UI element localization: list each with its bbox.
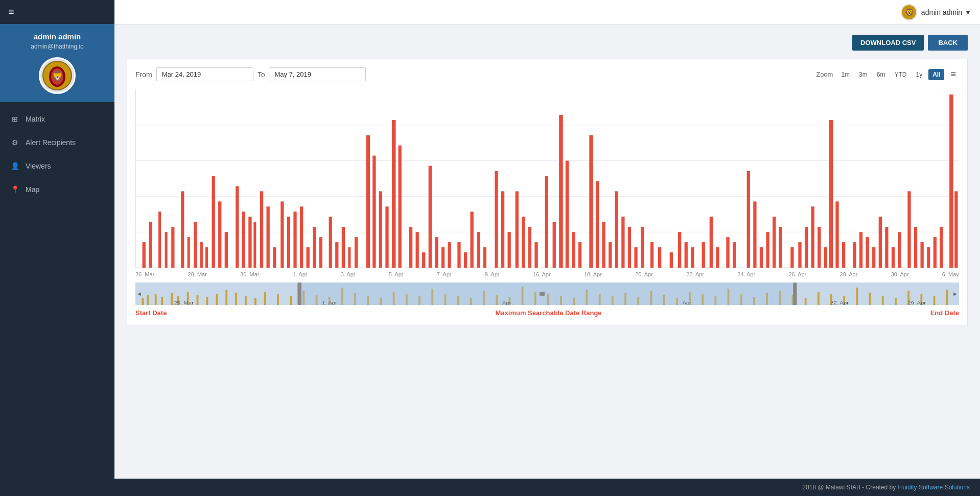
svg-rect-45 [372,156,376,268]
svg-rect-121 [927,247,930,268]
svg-rect-93 [726,237,729,268]
date-range-row: From To Zoom 1m 3m 6m YTD 1y All ≡ [135,67,959,81]
xaxis-label: 16. Apr [533,271,551,277]
viewers-icon: 👤 [10,161,19,171]
svg-rect-96 [753,201,756,268]
svg-rect-115 [885,227,888,268]
footer-link[interactable]: Fluidity Software Solutions [898,484,970,491]
svg-rect-27 [248,217,251,268]
sidebar-item-map-label: Map [26,185,39,194]
svg-rect-125 [954,191,958,268]
range-labels: Start Date Maximum Searchable Date Range… [135,309,959,317]
svg-rect-92 [716,247,719,268]
svg-text:🦁: 🦁 [904,8,914,17]
to-date-input[interactable] [269,67,366,81]
svg-rect-31 [273,247,276,268]
sidebar-header: admin admin admin@thatthing.io 🦁 [0,24,114,102]
svg-rect-50 [409,227,412,268]
admin-email: admin@thatthing.io [31,43,84,50]
xaxis-label: 28. Apr [840,271,858,277]
zoom-6m-button[interactable]: 6m [874,69,889,80]
svg-rect-190 [895,298,897,305]
svg-rect-98 [766,232,769,268]
svg-rect-22 [212,176,215,268]
sidebar-item-viewers[interactable]: 👤 Viewers [0,154,114,178]
svg-rect-196 [297,282,301,305]
svg-rect-142 [277,294,279,305]
svg-rect-48 [392,120,396,268]
svg-rect-188 [869,293,871,305]
svg-rect-14 [158,211,161,268]
svg-rect-95 [747,171,750,268]
nav-menu: ⊞ Matrix ⚙ Alert Recipients 👤 Viewers 📍 … [0,107,114,201]
svg-rect-58 [464,252,467,268]
svg-rect-60 [477,232,480,268]
sidebar-item-matrix[interactable]: ⊞ Matrix [0,107,114,131]
footer: 2018 @ Malawi SIAB - Created by Fluidity… [114,479,980,496]
back-button[interactable]: BACK [928,35,968,51]
svg-rect-116 [892,247,895,268]
svg-rect-129 [155,294,157,305]
zoom-3m-button[interactable]: 3m [856,69,871,80]
svg-rect-81 [628,227,631,268]
from-date-input[interactable] [156,67,253,81]
zoom-ytd-button[interactable]: YTD [891,69,909,80]
svg-rect-104 [811,206,814,268]
svg-rect-62 [495,171,498,268]
sidebar-item-matrix-label: Matrix [26,115,45,123]
hamburger-button[interactable]: ≡ [0,0,114,24]
svg-rect-107 [829,120,833,268]
svg-rect-90 [702,242,705,268]
svg-rect-136 [216,294,218,305]
chart-menu-button[interactable]: ≡ [947,68,959,81]
svg-rect-44 [366,135,370,268]
svg-rect-106 [824,247,827,268]
sidebar-item-map[interactable]: 📍 Map [0,178,114,201]
svg-rect-94 [733,242,736,268]
svg-rect-123 [940,227,943,268]
topbar-dropdown-icon: ▾ [966,8,970,16]
svg-rect-74 [578,242,581,268]
max-searchable-label: Maximum Searchable Date Range [496,309,602,317]
svg-rect-35 [300,206,303,268]
svg-text:29. Apr: 29. Apr [907,300,926,305]
svg-rect-37 [313,227,316,268]
svg-rect-73 [572,232,575,268]
sidebar: ≡ admin admin admin@thatthing.io 🦁 ⊞ Mat… [0,0,114,496]
svg-rect-101 [790,247,794,268]
user-info[interactable]: 🦁 admin admin ▾ [901,4,970,20]
xaxis-label: 9. Apr [485,271,500,277]
svg-rect-112 [866,237,869,268]
topbar: 🦁 admin admin ▾ [114,0,980,25]
toolbar: DOWNLOAD CSV BACK [127,35,968,51]
svg-rect-137 [225,290,227,305]
to-label: To [258,70,265,79]
mini-chart[interactable]: 25. Mar 1. Apr Apr Apr 22. Apr 29. Apr ◄… [135,282,959,305]
svg-rect-20 [200,242,203,268]
svg-rect-140 [254,298,256,305]
svg-text:🦁: 🦁 [51,70,64,82]
main-panel: 🦁 admin admin ▾ DOWNLOAD CSV BACK From T… [114,0,980,496]
svg-rect-127 [142,298,144,305]
svg-rect-85 [658,247,661,268]
svg-rect-59 [470,211,473,268]
svg-rect-184 [818,292,820,305]
zoom-all-button[interactable]: All [928,69,944,80]
svg-rect-54 [435,237,438,268]
svg-rect-71 [559,115,563,268]
svg-rect-70 [553,222,556,268]
download-csv-button[interactable]: DOWNLOAD CSV [852,35,924,51]
svg-rect-97 [760,247,763,268]
svg-rect-108 [835,201,838,268]
xaxis-label: 5. Apr [389,271,404,277]
zoom-1m-button[interactable]: 1m [838,69,853,80]
svg-rect-23 [218,201,221,268]
sidebar-item-alert-recipients[interactable]: ⚙ Alert Recipients [0,131,114,154]
svg-rect-80 [621,217,624,268]
svg-text:22. Apr: 22. Apr [830,300,849,305]
zoom-1y-button[interactable]: 1y [913,69,925,80]
xaxis-label: 28. Mar [188,271,207,277]
svg-rect-110 [853,242,856,268]
footer-text: 2018 @ Malawi SIAB - Created by [802,484,897,491]
svg-rect-30 [266,206,269,268]
